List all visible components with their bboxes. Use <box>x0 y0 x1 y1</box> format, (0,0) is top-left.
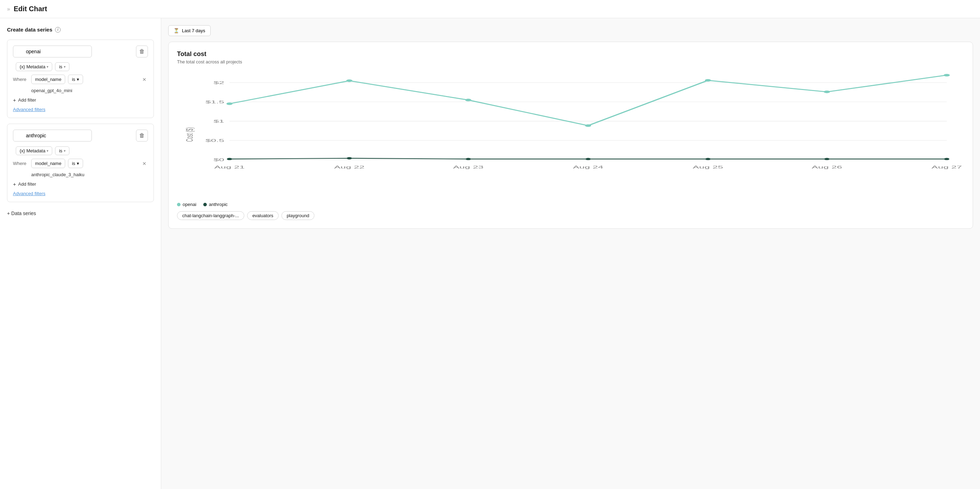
info-icon[interactable]: i <box>55 27 60 33</box>
series-card-1: ⟋ 🗑 {x} Metadata ▾ is ▾ Where <box>7 40 154 118</box>
add-filter-1-label: Add filter <box>18 97 36 103</box>
where-row-1: Where model_name is ▾ ✕ <box>13 75 148 84</box>
metadata-label-1: Metadata <box>26 64 45 69</box>
openai-dot-4 <box>705 79 711 82</box>
tag-1[interactable]: evaluators <box>247 211 278 220</box>
metadata-badge-2[interactable]: {x} Metadata ▾ <box>16 146 52 155</box>
filter-op-label-1: is <box>72 77 75 82</box>
remove-filter-1-button[interactable]: ✕ <box>141 76 148 83</box>
filter-op-select-1[interactable]: is ▾ <box>68 75 83 84</box>
openai-dot-5 <box>824 91 830 93</box>
metadata-label-2: Metadata <box>26 148 45 153</box>
anthropic-dot-5 <box>824 158 830 160</box>
svg-text:$2: $2 <box>213 81 224 85</box>
tag-0[interactable]: chat-langchain-langgraph-... <box>177 211 244 220</box>
svg-text:Aug 21: Aug 21 <box>214 165 245 170</box>
anthropic-dot-3 <box>585 158 590 160</box>
advanced-filters-1-link[interactable]: Advanced filters <box>13 107 46 112</box>
series-name-input-2[interactable] <box>13 130 92 141</box>
svg-text:Aug 27: Aug 27 <box>932 165 962 170</box>
chart-svg: Cost ($) $2 $1.5 $1 $0.5 $0 <box>177 71 964 198</box>
filter-field-select-1[interactable]: model_name <box>31 75 65 84</box>
svg-text:Aug 23: Aug 23 <box>453 165 484 170</box>
series-name-row-2: ⟋ 🗑 <box>13 130 148 141</box>
filter-field-label-2: model_name <box>35 161 61 166</box>
metadata-op-badge-2[interactable]: is ▾ <box>55 146 69 155</box>
openai-dot-0 <box>226 102 232 105</box>
series-name-wrapper-2: ⟋ <box>13 130 132 141</box>
svg-text:Cost ($): Cost ($) <box>184 127 194 141</box>
openai-dot-3 <box>585 124 591 127</box>
advanced-filters-2-link[interactable]: Advanced filters <box>13 191 46 196</box>
legend-label-openai: openai <box>183 202 196 207</box>
metadata-op-label-1: is <box>59 64 62 69</box>
metadata-op-chevron-2: ▾ <box>64 149 65 153</box>
filter-field-select-2[interactable]: model_name <box>31 159 65 168</box>
svg-text:$0.5: $0.5 <box>205 138 224 143</box>
metadata-chevron-2: ▾ <box>47 149 48 153</box>
metadata-row-1: {x} Metadata ▾ is ▾ <box>13 62 148 71</box>
anthropic-dot-0 <box>227 158 232 160</box>
openai-dot-2 <box>465 99 471 101</box>
where-label-2: Where <box>13 161 29 166</box>
svg-text:Aug 24: Aug 24 <box>573 165 603 170</box>
metadata-badge-label-2: {x} <box>20 148 25 153</box>
delete-series-1-button[interactable]: 🗑 <box>136 46 148 57</box>
where-row-2: Where model_name is ▾ ✕ <box>13 159 148 168</box>
svg-text:Aug 22: Aug 22 <box>334 165 364 170</box>
metadata-row-2: {x} Metadata ▾ is ▾ <box>13 146 148 155</box>
metadata-op-label-2: is <box>59 148 62 153</box>
delete-series-2-button[interactable]: 🗑 <box>136 130 148 141</box>
chart-title: Total cost <box>177 51 964 58</box>
legend-item-anthropic: anthropic <box>203 202 228 207</box>
chart-card: Total cost The total cost across all pro… <box>168 42 973 229</box>
series-name-input-1[interactable] <box>13 46 92 57</box>
main-layout: Create data series i ⟋ 🗑 {x} Metadata ▾ <box>0 18 980 489</box>
chart-legend: openai anthropic <box>177 202 964 207</box>
where-label-1: Where <box>13 77 29 82</box>
time-filter-button[interactable]: ⏳ Last 7 days <box>168 25 211 36</box>
plus-icon-1: + <box>13 97 16 103</box>
svg-text:$1.5: $1.5 <box>205 100 224 105</box>
chart-area: Cost ($) $2 $1.5 $1 $0.5 $0 <box>177 71 964 198</box>
metadata-badge-1[interactable]: {x} Metadata ▾ <box>16 62 52 71</box>
create-data-series-title: Create data series <box>7 27 52 33</box>
series-name-row-1: ⟋ 🗑 <box>13 46 148 57</box>
chevron-icon: » <box>7 6 10 12</box>
metadata-badge-label-1: {x} <box>20 64 25 69</box>
metadata-op-badge-1[interactable]: is ▾ <box>55 62 69 71</box>
filter-op-select-2[interactable]: is ▾ <box>68 159 83 168</box>
filter-op-chevron-1: ▾ <box>77 77 79 82</box>
series-card-2: ⟋ 🗑 {x} Metadata ▾ is ▾ Where <box>7 124 154 202</box>
metadata-chevron-1: ▾ <box>47 65 48 69</box>
add-filter-2-button[interactable]: + Add filter <box>13 179 36 187</box>
openai-dot-1 <box>346 79 352 82</box>
page-title: Edit Chart <box>14 5 47 13</box>
legend-dot-anthropic <box>203 203 207 206</box>
chart-subtitle: The total cost across all projects <box>177 59 964 65</box>
metadata-op-chevron-1: ▾ <box>64 65 65 69</box>
time-filter-label: Last 7 days <box>182 28 205 33</box>
openai-dot-6 <box>943 74 950 76</box>
anthropic-dot-4 <box>705 158 711 160</box>
page-header: » Edit Chart <box>0 0 980 18</box>
tag-2[interactable]: playground <box>282 211 314 220</box>
filter-value-1: openai_gpt_4o_mini <box>13 86 148 95</box>
add-filter-1-button[interactable]: + Add filter <box>13 95 36 103</box>
svg-text:$0: $0 <box>213 158 224 162</box>
chart-tags: chat-langchain-langgraph-... evaluators … <box>177 211 964 220</box>
svg-text:Aug 25: Aug 25 <box>693 165 723 170</box>
main-content: ⏳ Last 7 days Total cost The total cost … <box>161 18 980 489</box>
sidebar-header: Create data series i <box>7 27 154 33</box>
remove-filter-2-button[interactable]: ✕ <box>141 160 148 167</box>
hourglass-icon: ⏳ <box>173 28 179 33</box>
svg-text:Aug 26: Aug 26 <box>812 165 842 170</box>
add-data-series-button[interactable]: + Data series <box>7 208 36 219</box>
anthropic-dot-6 <box>944 158 950 160</box>
anthropic-dot-1 <box>347 157 352 159</box>
legend-item-openai: openai <box>177 202 196 207</box>
filter-value-2: anthropic_claude_3_haiku <box>13 170 148 179</box>
add-filter-2-label: Add filter <box>18 181 36 187</box>
filter-op-chevron-2: ▾ <box>77 161 79 166</box>
plus-icon-2: + <box>13 181 16 187</box>
